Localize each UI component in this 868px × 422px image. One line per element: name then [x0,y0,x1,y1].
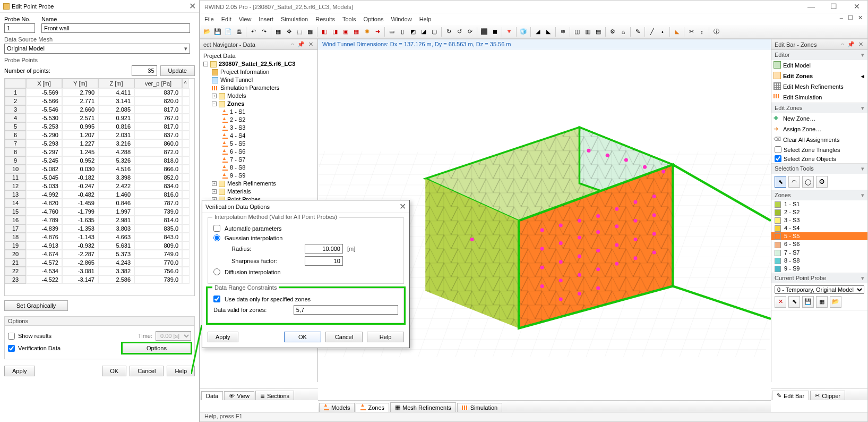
edit-mesh-refinements[interactable]: Edit Mesh Refinements [771,81,867,92]
tree-zone-item[interactable]: 4 - S4 [202,132,317,140]
menu-options[interactable]: Options [364,16,384,22]
close-button[interactable]: ✕ [846,0,867,13]
minimize-button[interactable]: — [801,0,822,13]
edit-model[interactable]: Edit Model [771,60,867,71]
table-row[interactable]: 17-4.839-1.3533.803835.0 [5,224,194,233]
toolbar-t1-icon[interactable]: ◫ [572,27,582,37]
ver-close-icon[interactable]: ✕ [399,201,406,212]
toolbar-grid-icon[interactable]: ▦ [273,27,283,37]
toolbar-view2-icon[interactable]: ▯ [398,27,407,37]
ver-ok-button[interactable]: OK [284,332,321,342]
toolbar-node-icon[interactable]: • [658,27,667,37]
source-mesh-combo[interactable]: Original Model [4,44,190,54]
sel-cursor-icon[interactable]: ⬉ [775,176,786,188]
toolbar-pen-icon[interactable]: ✎ [633,27,642,37]
table-row[interactable]: 15-4.760-1.7991.997739.0 [5,207,194,216]
vp-tab-models[interactable]: Models [319,403,355,412]
probe-help-button[interactable]: Help [167,366,195,376]
show-results-check[interactable] [8,333,15,340]
toolbar-undo-icon[interactable]: ↶ [248,27,258,37]
sharpness-input[interactable] [305,256,343,266]
tree-zones[interactable]: −Zones [202,100,317,108]
probe-save-icon[interactable]: 💾 [802,296,814,308]
nav-tab-view[interactable]: 👁 View [224,391,254,400]
mdi-controls[interactable]: – ☐ ✕ [840,14,864,21]
probe-select[interactable]: 0 - Temporary, Original Model [775,285,864,294]
verification-check[interactable] [8,345,15,352]
toolbar-layer-icon[interactable]: ≋ [558,27,568,37]
toolbar-info-icon[interactable]: ⓘ [711,27,721,37]
ver-apply-button[interactable]: Apply [208,332,238,342]
zone-list-item[interactable]: 5 - S5 [771,232,867,240]
toolbar-redo-icon[interactable]: ↷ [259,27,269,37]
toolbar-save-icon[interactable]: 💾 [213,27,222,37]
table-row[interactable]: 5-5.2530.9950.816817.0 [5,122,194,131]
toolbar-t3-icon[interactable]: ▤ [594,27,603,37]
edit-zones[interactable]: Edit Zones◂ [771,71,867,81]
clear-assignments[interactable]: Clear All Assignments [771,134,867,145]
probe-cancel-button[interactable]: Cancel [130,366,164,376]
menu-help[interactable]: Help [419,16,432,22]
tree-zone-item[interactable]: 5 - S5 [202,140,317,148]
points-table[interactable]: X [m]Y [m]Z [m]ver_p [Pa]^ 1-5.5692.7904… [4,78,195,296]
maximize-button[interactable]: ☐ [823,0,845,13]
menu-file[interactable]: File [204,16,214,22]
assign-zone[interactable]: Assign Zone… [771,124,867,134]
nav-tab-data[interactable]: Data [201,391,223,400]
numpoints-input[interactable] [132,65,157,76]
toolbar-box4-icon[interactable]: ▦ [351,27,361,37]
tree-zone-item[interactable]: 3 - S3 [202,124,317,132]
toolbar-plane1-icon[interactable]: ◢ [533,27,543,37]
tree-zone-item[interactable]: 8 - S8 [202,164,317,172]
editbar-pins[interactable]: ▫ 📌 ✕ [841,41,864,48]
probe-no-input[interactable] [4,23,35,33]
table-row[interactable]: 10-5.0820.0304.516866.0 [5,165,194,173]
table-row[interactable]: 1-5.5692.7904.411837.0 [5,88,194,97]
probe-name-input[interactable] [41,23,190,33]
tree-project-data[interactable]: Project Data [202,52,317,60]
table-row[interactable]: 20-4.674-2.2875.373749.0 [5,250,194,258]
menu-insert[interactable]: Insert [259,16,273,22]
set-graphically-button[interactable]: Set Graphically [4,300,68,311]
table-row[interactable]: 23-4.522-3.1472.586739.0 [5,275,194,284]
menu-edit[interactable]: Edit [221,16,231,22]
auto-params-check[interactable] [213,225,220,232]
tree-zone-item[interactable]: 9 - S9 [202,172,317,180]
pin-icons[interactable]: ▫ 📌 ✕ [291,41,314,48]
probe-grid-icon[interactable]: ▦ [816,296,828,308]
ver-help-button[interactable]: Help [367,332,404,342]
toolbar-box3-icon[interactable]: ▣ [341,27,350,37]
valid-zones-input[interactable] [294,305,398,315]
tree-wind-tunnel[interactable]: Wind Tunnel [202,76,317,84]
table-row[interactable]: 7-5.2931.2273.216860.0 [5,139,194,148]
table-row[interactable]: 6-5.2901.2072.031837.0 [5,131,194,139]
toolbar-drop1-icon[interactable]: 🔻 [504,27,514,37]
table-row[interactable]: 12-5.033-0.2472.422834.0 [5,182,194,190]
menu-view[interactable]: View [239,16,252,22]
table-row[interactable]: 8-5.2971.2454.288872.0 [5,148,194,156]
toolbar-open-icon[interactable]: 📂 [202,27,212,37]
menu-results[interactable]: Results [315,16,335,22]
sel-sphere-icon[interactable]: ◯ [802,176,814,188]
toolbar-plane2-icon[interactable]: ◣ [544,27,553,37]
select-zone-objects[interactable]: Select Zone Objects [771,154,867,163]
probe-cursor-icon[interactable]: ⬉ [788,296,800,308]
table-row[interactable]: 14-4.820-1.4590.846787.0 [5,199,194,207]
zone-list-item[interactable]: 7 - S7 [771,249,867,257]
toolbar-print-icon[interactable]: 🖶 [234,27,244,37]
toolbar-rot1-icon[interactable]: ↻ [444,27,453,37]
tree-root[interactable]: −230807_Sattel_22,5.rf6_LC3 [202,60,317,68]
diffusion-radio[interactable] [213,268,220,275]
tree-mesh-refinements[interactable]: +Mesh Refinements [202,180,317,188]
toolbar-edge-icon[interactable]: ╱ [647,27,657,37]
tree-project-info[interactable]: Project Information [202,68,317,76]
table-row[interactable]: 16-4.789-1.6352.981814.0 [5,216,194,224]
nav-tab-sections[interactable]: ≣ Sections [255,391,294,400]
probe-ok-button[interactable]: OK [102,366,126,376]
toolbar-view4-icon[interactable]: ◪ [419,27,428,37]
toolbar-box2-icon[interactable]: ◨ [330,27,340,37]
use-zones-check[interactable] [213,296,220,302]
tree-zone-item[interactable]: 6 - S6 [202,148,317,156]
zone-list-item[interactable]: 4 - S4 [771,224,867,232]
probe-open-icon[interactable]: 📂 [830,296,841,308]
